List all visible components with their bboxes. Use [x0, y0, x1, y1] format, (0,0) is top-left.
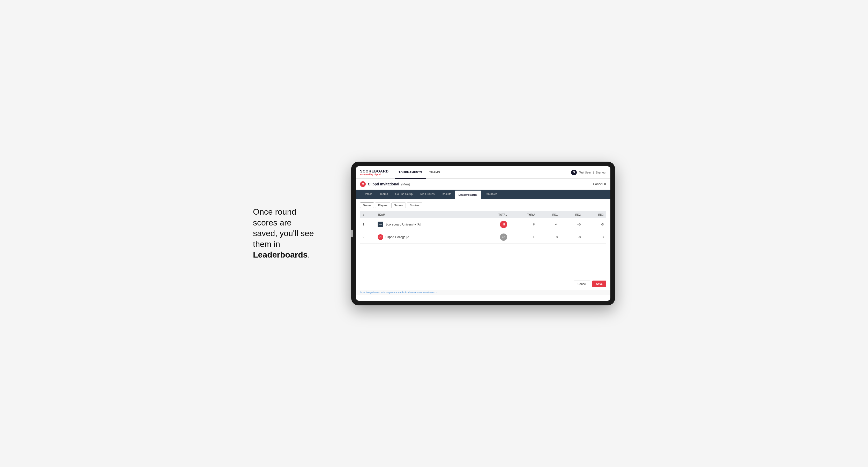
side-button: [351, 229, 353, 238]
row2-rd2: -8: [560, 231, 583, 244]
row2-team-name: Clippd College [A]: [385, 235, 410, 239]
row1-total: -5: [479, 218, 510, 231]
logo-scoreboard: SCOREBOARD: [360, 169, 389, 173]
tab-course-setup[interactable]: Course Setup: [392, 190, 416, 199]
row1-team-cell: SB Scoreboard University [A]: [375, 218, 479, 231]
col-rank: #: [360, 211, 375, 218]
row2-total: +3: [479, 231, 510, 244]
row1-rank: 1: [360, 218, 375, 231]
content-area: Teams Players Scores Strokes: [356, 199, 610, 247]
logo-brand: clippd: [374, 173, 381, 176]
table-header-row: # TEAM TOTAL THRU RD1 RD2 RD3: [360, 211, 606, 218]
table-row: 2 C Clippd College [A] +3: [360, 231, 606, 244]
row2-team-logo: C: [378, 234, 383, 240]
filter-scores-button[interactable]: Scores: [391, 203, 406, 208]
col-thru: THRU: [510, 211, 537, 218]
nav-tournaments[interactable]: TOURNAMENTS: [395, 166, 426, 179]
row1-team: SB Scoreboard University [A]: [378, 222, 477, 227]
row1-total-cell: -5: [482, 221, 507, 228]
row2-rd3: +3: [583, 231, 606, 244]
logo-area: SCOREBOARD Powered by clippd: [360, 169, 389, 176]
tab-leaderboards[interactable]: Leaderboards: [455, 191, 481, 199]
row1-rd2: +5: [560, 218, 583, 231]
row1-team-logo: SB: [378, 222, 383, 227]
tablet-frame: SCOREBOARD Powered by clippd TOURNAMENTS…: [351, 162, 615, 305]
col-rd3: RD3: [583, 211, 606, 218]
leaderboard-table: # TEAM TOTAL THRU RD1 RD2 RD3: [360, 211, 606, 244]
col-team: TEAM: [375, 211, 479, 218]
tournament-icon: C: [360, 181, 366, 187]
tab-details[interactable]: Details: [360, 190, 376, 199]
url-text: https://stage-blue-coach.stagescoreboard…: [360, 291, 437, 294]
sign-out-link[interactable]: Sign out: [596, 171, 606, 174]
filter-strokes-button[interactable]: Strokes: [407, 203, 422, 208]
tab-teams[interactable]: Teams: [376, 190, 392, 199]
user-avatar: S: [571, 169, 577, 175]
left-line3: saved, you'll see: [253, 228, 314, 238]
row1-score-badge: -5: [500, 221, 507, 228]
table-row: 1 SB Scoreboard University [A] -5: [360, 218, 606, 231]
tournament-header: C Clippd Invitational (Men) Cancel ✕: [356, 179, 610, 190]
user-name: Test User: [579, 171, 591, 174]
sub-nav: Details Teams Course Setup Tee Groups Re…: [356, 190, 610, 199]
row2-total-cell: +3: [482, 234, 507, 241]
save-button[interactable]: Save: [592, 281, 606, 287]
nav-right: S Test User | Sign out: [571, 169, 606, 175]
tournament-gender: (Men): [401, 182, 410, 186]
cancel-button[interactable]: Cancel: [574, 281, 590, 287]
left-text-block: Once round scores are saved, you'll see …: [253, 207, 336, 260]
tablet-screen: SCOREBOARD Powered by clippd TOURNAMENTS…: [356, 166, 610, 301]
page-wrapper: Once round scores are saved, you'll see …: [253, 162, 615, 305]
tab-printables[interactable]: Printables: [481, 190, 501, 199]
footer-area: Cancel Save: [356, 278, 610, 290]
row1-rd3: -6: [583, 218, 606, 231]
tournament-name: Clippd Invitational: [368, 182, 399, 186]
row1-thru: F: [510, 218, 537, 231]
row2-rank: 2: [360, 231, 375, 244]
left-line5-bold: Leaderboards: [253, 250, 308, 259]
logo-powered: Powered by clippd: [360, 173, 389, 176]
left-line1: Once round: [253, 207, 296, 216]
row1-team-name: Scoreboard University [A]: [385, 223, 421, 226]
tab-results[interactable]: Results: [438, 190, 455, 199]
row2-rd1: +8: [537, 231, 560, 244]
url-bar: https://stage-blue-coach.stagescoreboard…: [356, 290, 610, 295]
left-line2: scores are: [253, 218, 291, 227]
row2-score-badge: +3: [500, 234, 507, 241]
left-line4: them in: [253, 240, 280, 249]
tab-tee-groups[interactable]: Tee Groups: [416, 190, 438, 199]
nav-pipe: |: [593, 171, 594, 174]
footer-buttons: Cancel Save: [574, 281, 606, 287]
filter-buttons: Teams Players Scores Strokes: [360, 203, 606, 208]
cancel-header-button[interactable]: Cancel ✕: [593, 182, 606, 186]
row2-thru: F: [510, 231, 537, 244]
tournament-title-area: C Clippd Invitational (Men): [360, 181, 410, 187]
col-rd1: RD1: [537, 211, 560, 218]
nav-teams[interactable]: TEAMS: [426, 166, 443, 179]
row2-team-cell: C Clippd College [A]: [375, 231, 479, 244]
left-line5-suffix: .: [308, 250, 310, 259]
filter-players-button[interactable]: Players: [375, 203, 390, 208]
top-nav: SCOREBOARD Powered by clippd TOURNAMENTS…: [356, 166, 610, 179]
filter-teams-button[interactable]: Teams: [360, 203, 374, 208]
row2-team: C Clippd College [A]: [378, 234, 477, 240]
col-total: TOTAL: [479, 211, 510, 218]
row1-rd1: -4: [537, 218, 560, 231]
col-rd2: RD2: [560, 211, 583, 218]
nav-links: TOURNAMENTS TEAMS: [395, 166, 571, 179]
